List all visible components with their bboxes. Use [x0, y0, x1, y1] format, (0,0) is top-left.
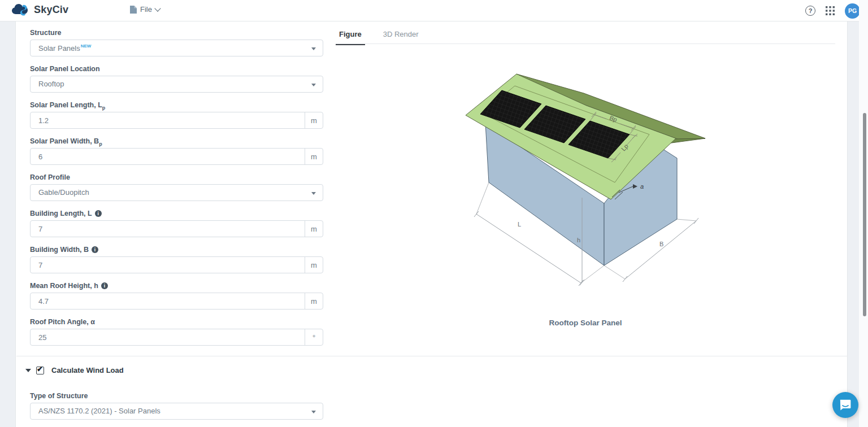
- new-badge: NEW: [81, 43, 92, 49]
- field-mean-roof-height: Mean Roof Height, hi m: [30, 282, 323, 310]
- info-icon[interactable]: i: [92, 246, 98, 253]
- type-of-structure-label: Type of Structure: [30, 392, 323, 402]
- section-divider: [16, 356, 848, 356]
- info-icon[interactable]: i: [101, 282, 108, 289]
- field-structure: Structure Solar PanelsNEW: [30, 29, 323, 56]
- alpha-label: a: [640, 183, 644, 190]
- structure-select[interactable]: Solar PanelsNEW: [30, 40, 323, 56]
- info-icon[interactable]: i: [95, 210, 102, 217]
- building-length-input[interactable]: [31, 221, 305, 237]
- field-roof-pitch-angle: Roof Pitch Angle, α °: [30, 318, 323, 346]
- roof-pitch-angle-input[interactable]: [31, 329, 305, 345]
- tabs-rule: [336, 43, 835, 44]
- caret-down-icon: [311, 411, 316, 413]
- caret-down-icon: [311, 84, 316, 86]
- collapse-caret-icon[interactable]: [25, 369, 31, 372]
- page-background: Structure Solar PanelsNEW Solar Panel Lo…: [0, 21, 868, 427]
- panel-width-unit: m: [305, 149, 323, 164]
- wind-load-label: Calculate Wind Load: [51, 366, 124, 374]
- building-width-unit: m: [305, 257, 323, 273]
- building-width-input-wrap: m: [30, 256, 323, 273]
- panel-length-input[interactable]: [31, 112, 305, 128]
- structure-label: Structure: [30, 29, 323, 38]
- avatar[interactable]: PG: [845, 3, 860, 19]
- roof-profile-select[interactable]: Gable/Duopitch: [30, 184, 323, 201]
- width-dimension-label: B: [659, 241, 663, 247]
- field-panel-width: Solar Panel Width, Bp m: [30, 137, 323, 165]
- figure-caption: Rooftop Solar Panel: [336, 319, 835, 327]
- apps-grid-icon[interactable]: [826, 6, 835, 15]
- panel-width-label: Solar Panel Width, Bp: [30, 137, 323, 147]
- roof-pitch-angle-input-wrap: °: [30, 329, 323, 346]
- roof-pitch-angle-unit: °: [305, 329, 323, 345]
- file-icon: [130, 6, 137, 14]
- caret-down-icon: [311, 192, 316, 195]
- building-length-input-wrap: m: [30, 220, 323, 237]
- building-length-unit: m: [305, 221, 323, 237]
- mean-roof-height-unit: m: [305, 293, 323, 309]
- height-dimension-label: h: [577, 237, 580, 243]
- file-menu-label: File: [140, 5, 152, 14]
- type-of-structure-select[interactable]: AS/NZS 1170.2 (2021) - Solar Panels: [30, 403, 323, 420]
- file-menu[interactable]: File: [130, 5, 160, 14]
- scrollbar-thumb[interactable]: [863, 113, 866, 316]
- calculate-wind-load-row: ✔ Calculate Wind Load: [25, 366, 124, 374]
- building-width-input[interactable]: [31, 257, 305, 273]
- cloud-logo-icon: [11, 3, 32, 16]
- panel-length-unit: m: [305, 112, 323, 128]
- scrollbar-track[interactable]: [859, 0, 868, 427]
- field-building-width: Building Width, Bi m: [30, 246, 323, 273]
- tab-3d-render[interactable]: 3D Render: [380, 30, 422, 45]
- skyciv-logo[interactable]: SkyCiv: [11, 3, 68, 16]
- check-icon: ✔: [37, 365, 43, 373]
- content-card: Structure Solar PanelsNEW Solar Panel Lo…: [15, 21, 848, 427]
- building-length-label: Building Length, Li: [30, 210, 323, 219]
- input-form: Structure Solar PanelsNEW Solar Panel Lo…: [30, 29, 323, 354]
- tab-figure[interactable]: Figure: [336, 30, 365, 45]
- panel-width-input-wrap: m: [30, 148, 323, 165]
- panel-length-label: Solar Panel Length, Lp: [30, 101, 323, 111]
- field-type-of-structure: Type of Structure AS/NZS 1170.2 (2021) -…: [30, 392, 323, 420]
- rooftop-solar-panel-figure: Bp Lp a L h B: [453, 54, 718, 339]
- app-header: SkyCiv File ? PG: [0, 0, 868, 21]
- caret-down-icon: [311, 47, 316, 50]
- help-icon[interactable]: ?: [805, 6, 815, 16]
- field-panel-length: Solar Panel Length, Lp m: [30, 101, 323, 129]
- chat-button[interactable]: [832, 392, 858, 418]
- length-dimension-label: L: [518, 221, 521, 228]
- wind-load-checkbox[interactable]: ✔: [36, 367, 44, 374]
- brand-name: SkyCiv: [34, 4, 68, 16]
- chevron-down-icon: [154, 5, 160, 11]
- mean-roof-height-input[interactable]: [31, 293, 305, 309]
- panel-location-select[interactable]: Rooftop: [30, 76, 323, 93]
- field-roof-profile: Roof Profile Gable/Duopitch: [30, 173, 323, 201]
- mean-roof-height-input-wrap: m: [30, 293, 323, 310]
- roof-profile-label: Roof Profile: [30, 173, 323, 183]
- figure-tabs: Figure 3D Render: [336, 30, 422, 45]
- panel-length-input-wrap: m: [30, 112, 323, 129]
- building-width-label: Building Width, Bi: [30, 246, 323, 255]
- field-panel-location: Solar Panel Location Rooftop: [30, 65, 323, 93]
- roof-pitch-angle-label: Roof Pitch Angle, α: [30, 318, 323, 328]
- field-building-length: Building Length, Li m: [30, 210, 323, 237]
- panel-width-input[interactable]: [31, 149, 305, 164]
- mean-roof-height-label: Mean Roof Height, hi: [30, 282, 323, 291]
- panel-location-label: Solar Panel Location: [30, 65, 323, 75]
- chat-bubble-icon: [839, 398, 852, 412]
